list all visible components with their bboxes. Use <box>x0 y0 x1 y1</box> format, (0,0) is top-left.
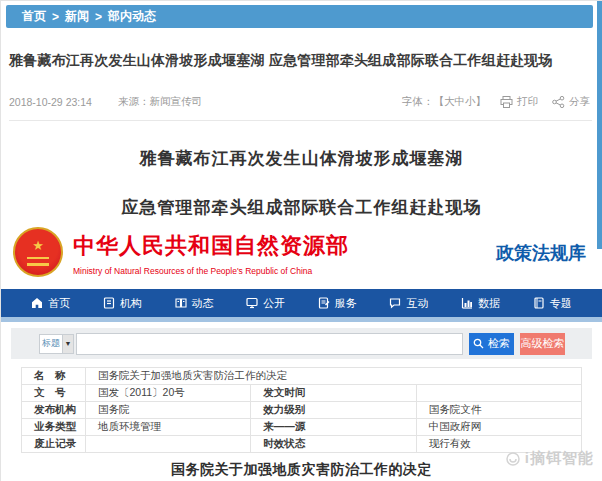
share-icon <box>552 96 565 108</box>
ministry-header: ★ 中华人民共和国自然资源部 Ministry of Natural Resou… <box>1 225 602 289</box>
printer-icon <box>500 96 513 108</box>
nav-label: 公开 <box>263 296 285 311</box>
watermark-logo-icon <box>505 451 521 467</box>
emblem-gate-icon <box>27 257 49 266</box>
news-book-icon <box>175 297 187 309</box>
print-label: 打印 <box>517 95 538 109</box>
field-label: 来——源 <box>251 419 416 436</box>
page: 首页 > 新闻 > 部内动态 雅鲁藏布江再次发生山体滑坡形成堰塞湖 应急管理部牵… <box>0 0 602 481</box>
chevron-down-icon: ▼ <box>62 335 73 353</box>
field-value: 地质环境管理 <box>86 419 251 436</box>
breadcrumb: 首页 > 新闻 > 部内动态 <box>6 5 593 28</box>
nav-label: 服务 <box>335 296 357 311</box>
table-row: 废止记录 时效状态 现行有效 <box>22 436 582 453</box>
breadcrumb-news-link[interactable]: 新闻 <box>65 8 89 25</box>
table-row: 发布机构 国务院 效力级别 国务院文件 <box>22 402 582 419</box>
field-value: 国发〔2011〕20号 <box>86 385 251 402</box>
document-metadata-table: 名 称 国务院关于加强地质灾害防治工作的决定 文 号 国发〔2011〕20号 发… <box>21 367 582 453</box>
share-button[interactable]: 分享 <box>552 95 590 109</box>
home-icon <box>31 297 43 309</box>
search-field-value: 标题 <box>40 335 62 353</box>
nav-item-topics[interactable]: 专题 <box>533 296 572 311</box>
search-button-label: 检索 <box>488 336 510 351</box>
main-nav: 首页 机构 动态 公开 服务 互动 数据 专题 <box>1 289 602 317</box>
search-panel: 标题 ▼ 检索 高级检索 <box>11 328 592 359</box>
breadcrumb-separator: > <box>95 10 102 24</box>
field-label: 时效状态 <box>251 436 416 453</box>
organization-icon <box>103 297 115 309</box>
doc-heading-line1: 雅鲁藏布江再次发生山体滑坡形成堰塞湖 <box>1 147 602 170</box>
doc-heading-line2: 应急管理部牵头组成部际联合工作组赶赴现场 <box>1 196 602 219</box>
nav-label: 数据 <box>478 296 500 311</box>
article-source: 来源：新闻宣传司 <box>118 95 202 109</box>
field-label: 文 号 <box>22 385 86 402</box>
search-input[interactable] <box>76 333 463 355</box>
search-field-select[interactable]: 标题 ▼ <box>39 334 74 354</box>
breadcrumb-separator: > <box>52 10 59 24</box>
advanced-search-label: 高级检索 <box>521 336 565 351</box>
topics-book-icon <box>533 297 545 309</box>
font-size-control[interactable]: 字体：【大中小】 <box>402 95 486 109</box>
table-row: 业务类型 地质环境管理 来——源 中国政府网 <box>22 419 582 436</box>
nav-substrip <box>1 317 602 322</box>
table-row: 名 称 国务院关于加强地质灾害防治工作的决定 <box>22 368 582 385</box>
field-value <box>86 436 251 453</box>
breadcrumb-home-link[interactable]: 首页 <box>22 8 46 25</box>
field-value: 国务院关于加强地质灾害防治工作的决定 <box>86 368 582 385</box>
meta-left: 2018-10-29 23:14 来源：新闻宣传司 <box>9 95 202 109</box>
bar-chart-icon <box>461 297 473 309</box>
field-value <box>416 385 581 402</box>
field-value: 中国政府网 <box>416 419 581 436</box>
field-label: 效力级别 <box>251 402 416 419</box>
nav-item-home[interactable]: 首页 <box>31 296 70 311</box>
nav-label: 动态 <box>192 296 214 311</box>
advanced-search-button[interactable]: 高级检索 <box>520 333 565 355</box>
policy-database-link[interactable]: 政策法规库 <box>496 241 586 265</box>
article-title: 雅鲁藏布江再次发生山体滑坡形成堰塞湖 应急管理部牵头组成部际联合工作组赶赴现场 <box>9 52 594 70</box>
nav-label: 互动 <box>406 296 428 311</box>
meta-right: 字体：【大中小】 打印 分享 <box>402 95 590 109</box>
nav-label: 首页 <box>48 296 70 311</box>
chat-bubble-icon <box>389 297 401 309</box>
service-doc-icon <box>318 297 330 309</box>
scrollbar-thumb[interactable] <box>597 1 602 249</box>
field-label: 发文时间 <box>251 385 416 402</box>
field-value: 国务院文件 <box>416 402 581 419</box>
breadcrumb-current: 部内动态 <box>108 8 156 25</box>
article-date: 2018-10-29 23:14 <box>9 96 92 108</box>
emblem-star-icon: ★ <box>32 239 44 252</box>
ministry-name-en: Ministry of Natural Resources of the Peo… <box>73 266 349 276</box>
print-button[interactable]: 打印 <box>500 95 538 109</box>
search-icon <box>473 338 484 349</box>
search-button[interactable]: 检索 <box>469 333 514 355</box>
watermark: i摘铒智能 <box>505 449 594 468</box>
nav-item-data[interactable]: 数据 <box>461 296 500 311</box>
nav-item-news[interactable]: 动态 <box>175 296 214 311</box>
field-label: 废止记录 <box>22 436 86 453</box>
ministry-names[interactable]: 中华人民共和国自然资源部 Ministry of Natural Resourc… <box>73 231 349 276</box>
article-meta: 2018-10-29 23:14 来源：新闻宣传司 字体：【大中小】 打印 <box>9 94 590 110</box>
field-label: 业务类型 <box>22 419 86 436</box>
watermark-text: i摘铒智能 <box>525 449 594 468</box>
nav-item-organization[interactable]: 机构 <box>103 296 142 311</box>
national-emblem-logo[interactable]: ★ <box>13 227 63 277</box>
divider <box>9 120 592 121</box>
share-label: 分享 <box>569 95 590 109</box>
nav-label: 专题 <box>550 296 572 311</box>
nav-label: 机构 <box>120 296 142 311</box>
field-label: 发布机构 <box>22 402 86 419</box>
nav-item-services[interactable]: 服务 <box>318 296 357 311</box>
table-row: 文 号 国发〔2011〕20号 发文时间 <box>22 385 582 402</box>
monitor-icon <box>246 297 258 309</box>
nav-item-interaction[interactable]: 互动 <box>389 296 428 311</box>
ministry-name-cn: 中华人民共和国自然资源部 <box>73 231 349 261</box>
field-value: 国务院 <box>86 402 251 419</box>
nav-item-disclosure[interactable]: 公开 <box>246 296 285 311</box>
field-label: 名 称 <box>22 368 86 385</box>
